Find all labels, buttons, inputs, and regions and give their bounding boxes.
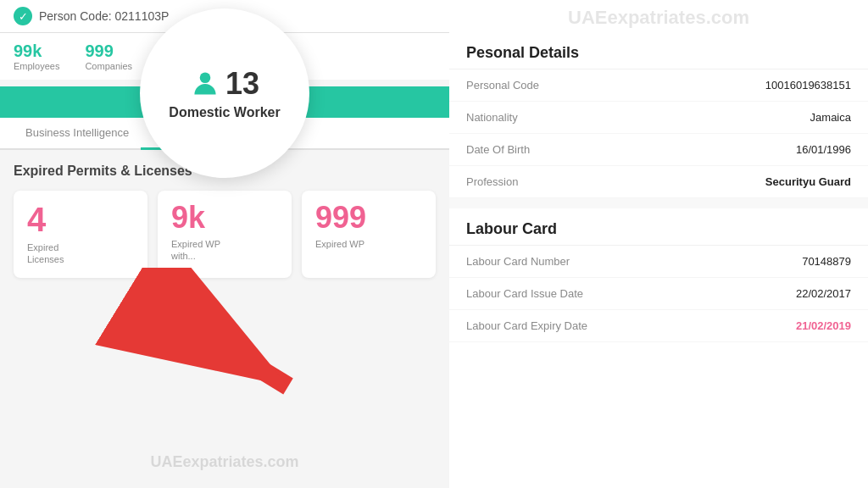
employees-value: 99k	[14, 42, 59, 61]
employees-label: Employees	[14, 61, 59, 71]
worker-circle: 13 Domestic Worker	[140, 8, 309, 178]
personal-details-header: Pesonal Details	[449, 32, 868, 69]
expired-label-2: Expired WP	[315, 238, 422, 250]
detail-row-labour-expiry: Labour Card Expiry Date 21/02/2019	[449, 310, 868, 342]
person-code: Person Code: 0211103P	[39, 9, 169, 23]
watermark-left: UAEexpatriates.com	[0, 453, 449, 471]
expired-number-1: 9k	[171, 202, 278, 233]
left-panel: ✓ Person Code: 0211103P 99k Employees 99…	[0, 0, 449, 488]
watermark-right: UAEexpatriates.com	[449, 0, 868, 32]
expired-number-2: 999	[315, 202, 422, 233]
expired-card-0: 4 ExpiredLicenses	[14, 191, 147, 278]
worker-count: 13	[225, 66, 259, 102]
detail-label-labour-issue: Labour Card Issue Date	[466, 287, 796, 300]
detail-label-nationality: Nationality	[466, 111, 810, 124]
check-icon: ✓	[14, 7, 32, 25]
detail-value-personal-code: 10016019638151	[765, 79, 851, 92]
detail-value-profession: Securityu Guard	[765, 175, 851, 188]
detail-value-nationality: Jamaica	[810, 111, 851, 124]
detail-row-labour-number: Labour Card Number 70148879	[449, 246, 868, 278]
expired-number-0: 4	[27, 202, 134, 236]
detail-row-profession: Profession Securityu Guard	[449, 166, 868, 198]
right-panel: UAEexpatriates.com Pesonal Details Perso…	[449, 0, 868, 488]
detail-row-personal-code: Personal Code 10016019638151	[449, 69, 868, 102]
expired-card-1: 9k Expired WPwith...	[158, 191, 292, 278]
expired-card-2: 999 Expired WP	[302, 191, 436, 278]
expired-label-0: ExpiredLicenses	[27, 241, 134, 266]
detail-label-profession: Profession	[466, 175, 765, 188]
expired-label-1: Expired WPwith...	[171, 238, 278, 263]
svg-point-0	[200, 73, 211, 84]
detail-value-labour-number: 70148879	[802, 255, 851, 268]
detail-label-personal-code: Personal Code	[466, 79, 765, 92]
detail-row-labour-issue: Labour Card Issue Date 22/02/2017	[449, 278, 868, 310]
expired-cards: 4 ExpiredLicenses 9k Expired WPwith... 9…	[14, 191, 436, 278]
companies-label: Companies	[85, 61, 132, 71]
detail-row-dob: Date Of Birth 16/01/1996	[449, 134, 868, 166]
detail-value-labour-issue: 22/02/2017	[796, 287, 851, 300]
companies-stat: 999 Companies	[85, 42, 132, 71]
detail-row-nationality: Nationality Jamaica	[449, 102, 868, 134]
companies-value: 999	[85, 42, 132, 61]
svg-line-2	[136, 293, 288, 386]
section-gap	[449, 198, 868, 208]
detail-label-labour-number: Labour Card Number	[466, 255, 802, 268]
worker-label: Domestic Worker	[169, 105, 280, 120]
detail-label-dob: Date Of Birth	[466, 143, 796, 156]
detail-value-dob: 16/01/1996	[796, 143, 851, 156]
worker-icon	[190, 69, 220, 99]
detail-label-labour-expiry: Labour Card Expiry Date	[466, 319, 796, 332]
employees-stat: 99k Employees	[14, 42, 59, 71]
labour-card-header: Labour Card	[449, 208, 868, 246]
tab-business-intelligence[interactable]: Business Intelligence	[14, 118, 141, 150]
detail-value-labour-expiry: 21/02/2019	[796, 319, 851, 332]
